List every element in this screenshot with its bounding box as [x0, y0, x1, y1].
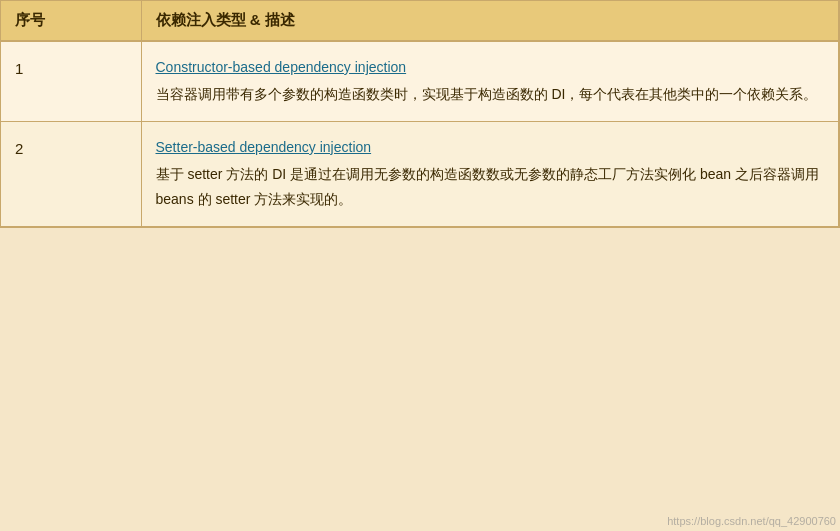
- row-2-title-link[interactable]: Setter-based dependency injection: [156, 139, 372, 155]
- row-2-content: Setter-based dependency injection 基于 set…: [141, 121, 839, 226]
- row-1-content: Constructor-based dependency injection 当…: [141, 41, 839, 121]
- header-num: 序号: [1, 1, 141, 41]
- table-row: 2 Setter-based dependency injection 基于 s…: [1, 121, 839, 226]
- row-1-num: 1: [1, 41, 141, 121]
- row-1-description: 当容器调用带有多个参数的构造函数类时，实现基于构造函数的 DI，每个代表在其他类…: [156, 82, 825, 107]
- dependency-injection-table: 序号 依赖注入类型 & 描述 1 Constructor-based depen…: [1, 1, 839, 227]
- main-table-container: 序号 依赖注入类型 & 描述 1 Constructor-based depen…: [0, 0, 840, 228]
- row-2-description: 基于 setter 方法的 DI 是通过在调用无参数的构造函数数或无参数的静态工…: [156, 162, 825, 212]
- row-1-title-link[interactable]: Constructor-based dependency injection: [156, 59, 407, 75]
- table-header-row: 序号 依赖注入类型 & 描述: [1, 1, 839, 41]
- table-row: 1 Constructor-based dependency injection…: [1, 41, 839, 121]
- watermark-text: https://blog.csdn.net/qq_42900760: [667, 515, 836, 527]
- row-2-num: 2: [1, 121, 141, 226]
- header-type: 依赖注入类型 & 描述: [141, 1, 839, 41]
